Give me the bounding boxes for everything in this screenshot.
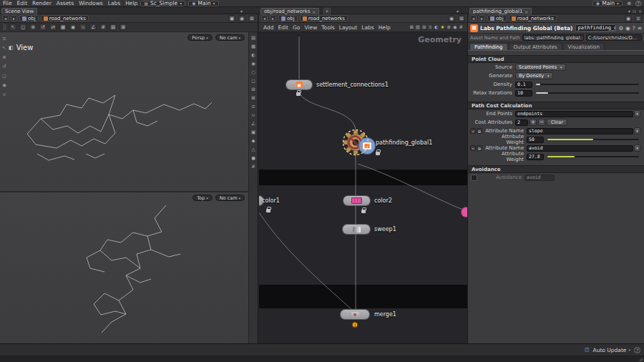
scene-tool-icon[interactable]: # [99, 24, 107, 31]
scene-tool-icon[interactable]: ⊠ [119, 24, 127, 31]
remove-instance-button[interactable]: − [538, 119, 545, 126]
breadcrumb-road-networks[interactable]: road_networks [41, 15, 89, 21]
network-menu-item[interactable]: View [304, 24, 317, 31]
network-pane-menu[interactable]: ▾ [457, 7, 459, 14]
breadcrumb-obj[interactable]: obj [19, 15, 39, 21]
display-option-icon[interactable]: ⊠ [251, 95, 255, 101]
asset-name-field[interactable]: labs::pathfinding_global::1.0 [522, 34, 584, 41]
pane-tab-parameters[interactable]: pathfinding_global1 × [469, 8, 532, 14]
tabstrip-right-icons[interactable]: ▾⊡× [628, 7, 642, 14]
tab-output-attributes[interactable]: Output Attributes [509, 43, 562, 50]
scene-left-tool-icon[interactable]: ∪ [3, 92, 6, 97]
search-icon[interactable]: ◉ [625, 25, 630, 31]
section-avoidance[interactable]: Avoidance [468, 165, 644, 173]
attribute-weight-slider[interactable] [547, 139, 639, 140]
attribute-weight-slider[interactable] [547, 156, 639, 157]
display-option-icon[interactable]: ○ [251, 69, 255, 75]
attribute-menu-button[interactable]: ▾ [634, 145, 640, 152]
scene-tool-icons[interactable]: ↖◻⊕↺⇄▦◉∪∠#▤⊠ [9, 24, 127, 31]
menu-item[interactable]: Windows [79, 0, 102, 6]
scene-tool-icon[interactable]: ⇄ [49, 24, 57, 31]
scene-selector[interactable]: ▦ Sc_Simple ▾ [140, 1, 185, 6]
network-tool-icon[interactable]: ⊠ [409, 24, 413, 30]
viewport-persp[interactable]: ◧ View Persp ▾ No cam ▾ [0, 32, 248, 191]
viewport-option-icon[interactable]: ◉ [238, 15, 245, 22]
warning-badge[interactable]: ! [352, 322, 358, 328]
breadcrumb-road-networks[interactable]: road_networks [300, 15, 348, 21]
network-option-icon[interactable]: ⊞ [458, 15, 465, 22]
breadcrumb-obj[interactable]: obj [487, 15, 507, 21]
pane-control-icon[interactable]: ▾ [628, 9, 630, 14]
scene-tool-icon[interactable]: ↺ [39, 24, 47, 31]
insert-instance-icon[interactable]: ⊕ [477, 128, 482, 134]
pane-control-icon[interactable]: × [638, 9, 642, 14]
generate-dropdown[interactable]: By Density ▾ [515, 72, 553, 79]
network-toolbar-icons[interactable]: ⊠▥⊞≡◐★⊕◉# [409, 24, 463, 30]
delete-instance-icon[interactable]: × [470, 128, 476, 134]
add-desktop-icon[interactable]: ⊕ [625, 1, 633, 6]
source-dropdown[interactable]: Scattered Points ▾ [515, 64, 566, 71]
avoidance-checkbox[interactable] [471, 175, 477, 181]
insert-instance-icon[interactable]: ⊕ [477, 145, 482, 151]
node-merge1[interactable] [341, 310, 369, 319]
param-pathbar-icons[interactable]: ◉≡ [625, 15, 642, 22]
forward-button[interactable]: ▸ [479, 15, 485, 21]
auto-update-selector[interactable]: Auto Update ▾ [593, 347, 630, 353]
display-option-icon[interactable]: ∪ [252, 112, 255, 118]
network-pathbar-icons[interactable]: ◉⊞ [448, 15, 465, 22]
density-slider[interactable] [536, 84, 639, 85]
tab-visualization[interactable]: Visualization [563, 43, 605, 50]
network-menu-item[interactable]: Layout [339, 24, 358, 31]
display-option-icon[interactable]: ▦ [251, 44, 255, 49]
new-tab-button[interactable]: + [323, 8, 331, 14]
toolbar-grip[interactable]: ⣿ [3, 24, 6, 30]
scene-pathbar-icons[interactable]: ▣◉⊞ [228, 15, 255, 22]
scene-tool-icon[interactable]: ⊕ [29, 24, 36, 31]
add-instance-button[interactable]: + [530, 119, 537, 126]
network-canvas[interactable]: Geometry ▦ settlement_connections1 [259, 32, 467, 343]
scene-tool-icon[interactable]: ↖ [9, 24, 16, 31]
viewport-option-icon[interactable]: ▣ [228, 15, 235, 22]
breadcrumb-obj[interactable]: obj [278, 15, 298, 21]
help-icon[interactable]: ? [633, 25, 635, 31]
network-option-icon[interactable]: ◉ [448, 15, 455, 22]
display-option-icon[interactable]: ◻ [251, 78, 255, 84]
scene-tool-icon[interactable]: ∪ [79, 24, 87, 31]
network-tool-icon[interactable]: ⊞ [422, 24, 426, 30]
menu-item[interactable]: Edit [17, 0, 28, 6]
relax-iterations-slider[interactable] [536, 92, 639, 94]
network-tool-icon[interactable]: ★ [441, 24, 445, 30]
asset-path-field[interactable]: C:/Users/christos/Documents/SideFX/SideF… [586, 34, 642, 41]
section-point-cloud[interactable]: Point Cloud [468, 55, 644, 63]
display-options-toolbar[interactable]: ▤▦◐◉○◻⊞⊠≡∪∠▣◆△●# [248, 32, 258, 343]
help-icon[interactable]: ? [634, 347, 640, 353]
network-menu-item[interactable]: Add [263, 24, 274, 31]
display-option-icon[interactable]: ∠ [251, 121, 255, 127]
network-menu-item[interactable]: Edit [278, 24, 289, 31]
scene-left-tool-icon[interactable]: ↺ [2, 64, 6, 69]
menu-item[interactable]: File [3, 0, 12, 6]
node-sweep1[interactable] [343, 225, 370, 234]
node-color2[interactable] [343, 196, 370, 205]
network-menu-item[interactable]: Help [379, 24, 391, 31]
node-name-field[interactable]: pathfinding_global1 [575, 24, 617, 31]
network-tool-icon[interactable]: ⊕ [447, 24, 450, 30]
scene-tool-icon[interactable]: ▤ [109, 24, 117, 31]
attribute-name-field[interactable]: avoid [527, 145, 633, 152]
scene-tool-icon[interactable]: ∠ [89, 24, 97, 31]
menu-item[interactable]: Assets [57, 0, 74, 6]
network-menu-item[interactable]: Tools [321, 24, 334, 31]
display-option-icon[interactable]: ◐ [251, 52, 255, 58]
node-settlement-connections1[interactable]: ▦ [286, 80, 312, 89]
close-icon[interactable]: × [312, 9, 316, 14]
network-menu-item[interactable]: Go [293, 24, 300, 31]
tab-pathfinding[interactable]: Pathfinding [469, 43, 508, 50]
param-option-icon[interactable]: ◉ [625, 15, 632, 22]
menu-item[interactable]: Labs [108, 0, 120, 6]
density-field[interactable]: 0.1 [515, 82, 532, 88]
network-tool-icon[interactable]: ◐ [434, 24, 439, 30]
scene-tool-icon[interactable]: ◉ [69, 24, 77, 31]
attribute-weight-field[interactable]: 27.8 [527, 154, 544, 160]
resize-grip-icon[interactable]: ◢ [639, 356, 643, 362]
close-icon[interactable]: × [525, 9, 528, 14]
